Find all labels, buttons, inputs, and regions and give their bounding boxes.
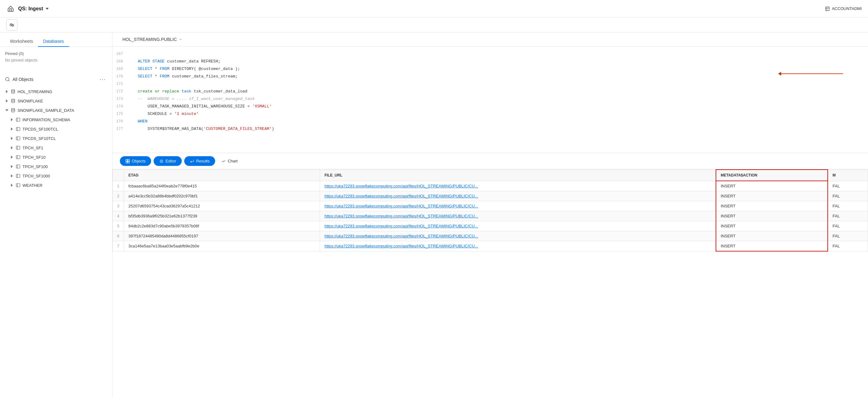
account-button[interactable]: ACCOUNTADMI xyxy=(825,6,862,11)
cell-rownum: 6 xyxy=(113,231,124,241)
sidebar-item-tpcds-sf100tcl[interactable]: TPCDS_SF100TCL xyxy=(0,124,112,134)
chevron-right-icon xyxy=(10,155,14,159)
cell-rownum: 3 xyxy=(113,201,124,211)
cell-etag: fcbaaac6ba85a244f0eab2e778f0e415 xyxy=(124,181,320,191)
cell-metadata-action: INSERT xyxy=(716,221,828,231)
cell-m: FAL xyxy=(828,191,868,201)
cell-metadata-action: INSERT xyxy=(716,241,828,251)
code-line-174: 174 USER_TASK_MANAGED_INITIAL_WAREHOUSE_… xyxy=(113,103,868,110)
sidebar-item-hol-streaming[interactable]: HOL_STREAMING xyxy=(0,87,112,96)
toolbar xyxy=(0,18,868,32)
tree-item-label: TPCH_SF1 xyxy=(23,146,43,150)
sidebar: Worksheets Databases Pinned (0) No pinne… xyxy=(0,32,113,398)
schema-icon xyxy=(16,155,21,160)
sidebar-item-weather[interactable]: WEATHER xyxy=(0,181,112,190)
cell-m: FAL xyxy=(828,221,868,231)
col-header-m: M xyxy=(828,170,868,181)
table-row: 6397f18724485490da8d4486855cf0197https:/… xyxy=(113,231,868,241)
cell-m: FAL xyxy=(828,201,868,211)
tree-item-label: WEATHER xyxy=(23,183,42,188)
cell-etag: 25207d6593754c43cad36297a5c41212 xyxy=(124,201,320,211)
cell-etag: bf35db3936a9f025b321e62b1377f239 xyxy=(124,211,320,221)
svg-rect-28 xyxy=(126,159,127,161)
topbar: QS: Ingest ACCOUNTADMI xyxy=(0,0,868,18)
schema-selector[interactable]: HOL_STREAMING.PUBLIC xyxy=(120,36,185,43)
cell-rownum: 2 xyxy=(113,191,124,201)
code-line-176: 176 WHEN xyxy=(113,118,868,125)
tree-item-label: TPCH_SF10 xyxy=(23,155,45,160)
sidebar-item-tpch-sf1000[interactable]: TPCH_SF1000 xyxy=(0,171,112,181)
schema-icon xyxy=(16,145,21,150)
code-line-170: 170 SELECT * FROM customer_data_files_st… xyxy=(113,73,868,80)
home-icon[interactable] xyxy=(6,4,15,13)
sidebar-item-tpcds-sf10tcl[interactable]: TPCDS_SF10TCL xyxy=(0,134,112,143)
schema-icon xyxy=(16,183,21,188)
cell-fileurl[interactable]: https://uka72293.snowflakecomputing.com/… xyxy=(320,221,716,231)
col-header-metadata-action: METADATA$ACTION xyxy=(716,170,828,181)
sidebar-pinned-section: Pinned (0) No pinned objects xyxy=(0,47,112,72)
schema-icon xyxy=(16,173,21,178)
results-area[interactable]: ETAG FILE_URL METADATA$ACTION M 1fcbaaac… xyxy=(113,169,868,398)
svg-rect-24 xyxy=(16,174,20,178)
chevron-right-icon xyxy=(10,127,14,131)
cell-fileurl[interactable]: https://uka72293.snowflakecomputing.com/… xyxy=(320,191,716,201)
tab-databases[interactable]: Databases xyxy=(38,36,69,47)
cell-fileurl[interactable]: https://uka72293.snowflakecomputing.com/… xyxy=(320,231,716,241)
sidebar-tree: HOL_STREAMING SNOWFLAKE xyxy=(0,87,112,398)
editor-button[interactable]: Editor xyxy=(154,156,182,166)
main-layout: Worksheets Databases Pinned (0) No pinne… xyxy=(0,32,868,398)
svg-rect-0 xyxy=(826,7,829,11)
sidebar-item-tpch-sf1[interactable]: TPCH_SF1 xyxy=(0,143,112,152)
objects-button[interactable]: Objects xyxy=(120,156,151,166)
chevron-right-icon xyxy=(10,136,14,140)
objects-icon xyxy=(126,159,130,163)
chart-icon xyxy=(221,159,226,163)
schema-icon xyxy=(16,164,21,169)
svg-rect-18 xyxy=(16,146,20,150)
schema-icon xyxy=(16,126,21,131)
cell-m: FAL xyxy=(828,231,868,241)
cell-fileurl[interactable]: https://uka72293.snowflakecomputing.com/… xyxy=(320,181,716,191)
code-line-168: 168 ALTER STAGE customer_data REFRESH; xyxy=(113,58,868,65)
app-title[interactable]: QS: Ingest xyxy=(18,6,49,11)
svg-rect-22 xyxy=(16,165,20,169)
search-icon xyxy=(5,77,10,82)
chevron-right-icon xyxy=(10,165,14,169)
all-objects-label[interactable]: All Objects xyxy=(12,77,96,82)
col-header-fileurl: FILE_URL xyxy=(320,170,716,181)
sidebar-item-tpch-sf10[interactable]: TPCH_SF10 xyxy=(0,152,112,162)
sidebar-item-snowflake[interactable]: SNOWFLAKE xyxy=(0,96,112,105)
chevron-down-icon xyxy=(5,109,9,112)
chart-button[interactable]: Chart xyxy=(218,156,241,166)
cell-m: FAL xyxy=(828,211,868,221)
sidebar-item-snowflake-sample-data[interactable]: SNOWFLAKE_SAMPLE_DATA xyxy=(0,105,112,115)
results-button[interactable]: Results xyxy=(184,156,215,166)
cell-etag: 84db2c2e883d7c90abe5b3978357b08f xyxy=(124,221,320,231)
cell-fileurl[interactable]: https://uka72293.snowflakecomputing.com/… xyxy=(320,241,716,251)
chevron-right-icon xyxy=(10,118,14,122)
tab-worksheets[interactable]: Worksheets xyxy=(5,36,38,47)
sidebar-item-information-schema[interactable]: INFORMATION_SCHEMA xyxy=(0,115,112,124)
content-area: HOL_STREAMING.PUBLIC 167 168 ALTER STAGE… xyxy=(113,32,868,398)
svg-rect-31 xyxy=(128,161,130,163)
svg-rect-20 xyxy=(16,156,20,159)
col-header-rownum xyxy=(113,170,124,181)
code-line-175: 175 SCHEDULE = '1 minute' xyxy=(113,110,868,118)
code-editor[interactable]: 167 168 ALTER STAGE customer_data REFRES… xyxy=(113,47,868,153)
svg-point-10 xyxy=(11,99,15,100)
cell-fileurl[interactable]: https://uka72293.snowflakecomputing.com/… xyxy=(320,201,716,211)
svg-rect-16 xyxy=(16,137,20,140)
code-line-172: 172 create or replace task tsk_customer_… xyxy=(113,88,868,95)
schema-label: HOL_STREAMING.PUBLIC xyxy=(122,37,177,42)
tree-item-label: TPCH_SF100 xyxy=(23,164,48,169)
svg-line-8 xyxy=(8,80,9,81)
sidebar-item-tpch-sf100[interactable]: TPCH_SF100 xyxy=(0,162,112,171)
filter-button[interactable] xyxy=(6,19,18,31)
svg-rect-26 xyxy=(16,184,20,187)
chevron-right-icon xyxy=(10,146,14,150)
database-icon xyxy=(11,108,16,113)
more-options-button[interactable]: ··· xyxy=(98,75,107,84)
cell-fileurl[interactable]: https://uka72293.snowflakecomputing.com/… xyxy=(320,211,716,221)
chevron-right-icon xyxy=(5,99,9,103)
svg-point-9 xyxy=(11,90,15,91)
